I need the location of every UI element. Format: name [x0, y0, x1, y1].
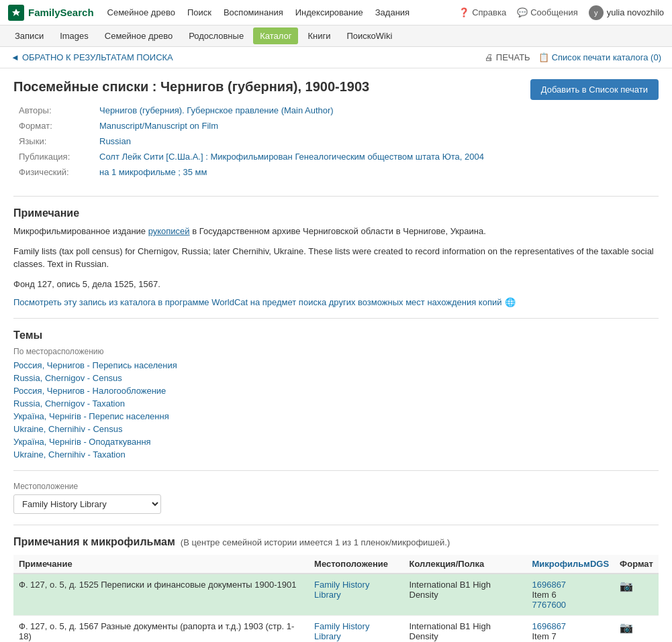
secondary-navigation: Записи Images Семейное древо Родословные… [0, 25, 672, 47]
microfilm-title: Примечания к микрофильмам (В центре семе… [13, 536, 659, 548]
tab-images[interactable]: Images [53, 28, 95, 44]
user-name: yulia novozhilo [607, 7, 664, 17]
location-select[interactable]: Family History Library [13, 494, 161, 514]
print-list-button[interactable]: 📋 Список печати каталога (0) [538, 52, 661, 62]
tab-catalog[interactable]: Каталог [253, 28, 298, 44]
worldcat-icon: 🌐 [505, 297, 516, 307]
tab-family-tree[interactable]: Семейное древо [98, 28, 179, 44]
location-label: Местоположение [13, 482, 659, 491]
back-to-results-link[interactable]: ◄ ОБРАТНО К РЕЗУЛЬТАТАМ ПОИСКА [11, 52, 173, 62]
print-actions: 🖨 ПЕЧАТЬ 📋 Список печати каталога (0) [485, 52, 661, 62]
note-1-suffix: в Государственном архиве Черниговской об… [190, 226, 486, 236]
topic-link-5[interactable]: Ukraine, Chernihiv - Census [13, 424, 659, 434]
back-arrow-icon: ◄ [11, 52, 19, 62]
worldcat-link[interactable]: Посмотреть эту запись из каталога в прог… [13, 297, 659, 307]
messages-button[interactable]: 💬 Сообщения [517, 7, 578, 17]
field-value-authors[interactable]: Чернигов (губерния). Губернское правлени… [94, 103, 489, 118]
topic-link-0[interactable]: Россия, Чернигов - Перепись населения [13, 360, 659, 370]
field-value-language[interactable]: Russian [94, 133, 489, 149]
row0-item: Item 6 [532, 590, 609, 600]
col-collection: Коллекция/Полка [404, 555, 527, 574]
field-label-format: Формат: [13, 118, 94, 133]
messages-icon: 💬 [517, 7, 528, 17]
camera-icon-1: 📷 [620, 622, 633, 633]
nav-search[interactable]: Поиск [187, 7, 211, 17]
divider-4 [13, 525, 659, 525]
microfilm-table: Примечание Местоположение Коллекция/Полк… [13, 555, 659, 642]
nav-memories[interactable]: Воспоминания [224, 7, 283, 17]
microfilm-section: Примечания к микрофильмам (В центре семе… [13, 536, 659, 642]
field-label-language: Языки: [13, 133, 94, 149]
microfilm-table-body: Ф. 127, о. 5, д. 1525 Переписки и финанс… [13, 574, 659, 642]
row1-item: Item 7 [532, 631, 609, 641]
row1-location[interactable]: Family History Library [309, 616, 403, 643]
help-button[interactable]: ❓ Справка [459, 7, 506, 17]
list-icon: 📋 [538, 52, 549, 62]
topic-link-7[interactable]: Ukraine, Chernihiv - Taxation [13, 449, 659, 460]
tab-genealogies[interactable]: Родословные [182, 28, 250, 44]
notes-title: Примечание [13, 207, 659, 219]
microfilm-row-1: Ф. 127, о. 5, д. 1567 Разные документы (… [13, 616, 659, 643]
tab-books[interactable]: Книги [301, 28, 337, 44]
camera-icon-0: 📷 [620, 580, 633, 592]
catalog-title-block: Посемейные списки : Чернигов (губерния),… [13, 79, 489, 185]
col-location: Местоположение [309, 555, 403, 574]
print-button[interactable]: 🖨 ПЕЧАТЬ [485, 52, 530, 62]
top-nav-links: Семейное древо Поиск Воспоминания Индекс… [107, 7, 459, 17]
row1-film-number[interactable]: 1696867 [532, 621, 609, 631]
field-label-publication: Публикация: [13, 149, 94, 164]
printer-icon: 🖨 [485, 52, 493, 62]
user-avatar: y [589, 5, 604, 20]
topics-section: Темы По месторасположению Россия, Черниг… [13, 329, 659, 460]
print-label: ПЕЧАТЬ [496, 52, 530, 62]
logo[interactable]: FamilySearch [8, 5, 94, 21]
tab-wiki[interactable]: ПоискоWiki [340, 28, 399, 44]
nav-family-tree[interactable]: Семейное древо [107, 7, 175, 17]
field-value-physical[interactable]: на 1 микрофильме ; 35 мм [94, 164, 489, 180]
user-menu[interactable]: y yulia novozhilo [589, 5, 664, 20]
note-1-prefix: Микрофильмированное издание [13, 226, 148, 236]
notes-section: Примечание Микрофильмированное издание р… [13, 207, 659, 307]
note-2: Family lists (tax poll census) for Chern… [13, 245, 659, 271]
topic-link-6[interactable]: Україна, Чернігів - Оподаткування [13, 437, 659, 447]
topic-link-4[interactable]: Україна, Чернігів - Перепис населення [13, 411, 659, 421]
by-location-label: По месторасположению [13, 347, 659, 356]
row1-collection: International B1 High Density [404, 616, 527, 643]
row0-dgs[interactable]: 7767600 [532, 600, 609, 610]
row0-collection: International B1 High Density [404, 574, 527, 616]
topic-link-1[interactable]: Russia, Chernigov - Census [13, 373, 659, 383]
worldcat-anchor[interactable]: Посмотреть эту запись из каталога в прог… [13, 297, 501, 307]
microfilm-subtitle: (В центре семейной истории имеется 1 из … [181, 537, 450, 547]
print-list-label: Список печати каталога (0) [552, 52, 661, 62]
topic-link-2[interactable]: Россия, Чернигов - Налогообложение [13, 386, 659, 396]
nav-indexing[interactable]: Индексирование [295, 7, 363, 17]
col-film-dgs: МикрофильмDGS [526, 555, 614, 574]
divider-3 [13, 470, 659, 471]
nav-tasks[interactable]: Задания [375, 7, 410, 17]
field-row-authors: Авторы: Чернигов (губерния). Губернское … [13, 103, 489, 118]
top-navigation: FamilySearch Семейное древо Поиск Воспом… [0, 0, 672, 25]
row0-location[interactable]: Family History Library [309, 574, 403, 616]
top-nav-right: ❓ Справка 💬 Сообщения y yulia novozhilo [459, 5, 664, 20]
catalog-title: Посемейные списки : Чернигов (губерния),… [13, 79, 489, 95]
microfilm-header-row: Примечание Местоположение Коллекция/Полк… [13, 555, 659, 574]
field-row-language: Языки: Russian [13, 133, 489, 149]
tab-records[interactable]: Записи [8, 28, 50, 44]
microfilm-table-header: Примечание Местоположение Коллекция/Полк… [13, 555, 659, 574]
add-to-list-button[interactable]: Добавить в Список печати [530, 79, 659, 100]
note-3: Фонд 127, опись 5, дела 1525, 1567. [13, 278, 659, 291]
field-label-physical: Физический: [13, 164, 94, 180]
note-1-link[interactable]: рукописей [148, 226, 190, 236]
divider-1 [13, 196, 659, 197]
back-bar: ◄ ОБРАТНО К РЕЗУЛЬТАТАМ ПОИСКА 🖨 ПЕЧАТЬ … [0, 47, 672, 68]
messages-label: Сообщения [530, 7, 578, 17]
topics-title: Темы [13, 329, 659, 341]
row0-film: 1696867 Item 6 7767600 [526, 574, 614, 616]
row0-film-number[interactable]: 1696867 [532, 580, 609, 590]
field-value-format[interactable]: Manuscript/Manuscript on Film [94, 118, 489, 133]
topic-link-3[interactable]: Russia, Chernigov - Taxation [13, 398, 659, 409]
main-content: ◄ ОБРАТНО К РЕЗУЛЬТАТАМ ПОИСКА 🖨 ПЕЧАТЬ … [0, 47, 672, 642]
col-note: Примечание [13, 555, 309, 574]
row1-note: Ф. 127, о. 5, д. 1567 Разные документы (… [13, 616, 309, 643]
field-value-publication[interactable]: Солт Лейк Сити [С.Ша.А.] : Микрофильмиро… [94, 149, 489, 164]
